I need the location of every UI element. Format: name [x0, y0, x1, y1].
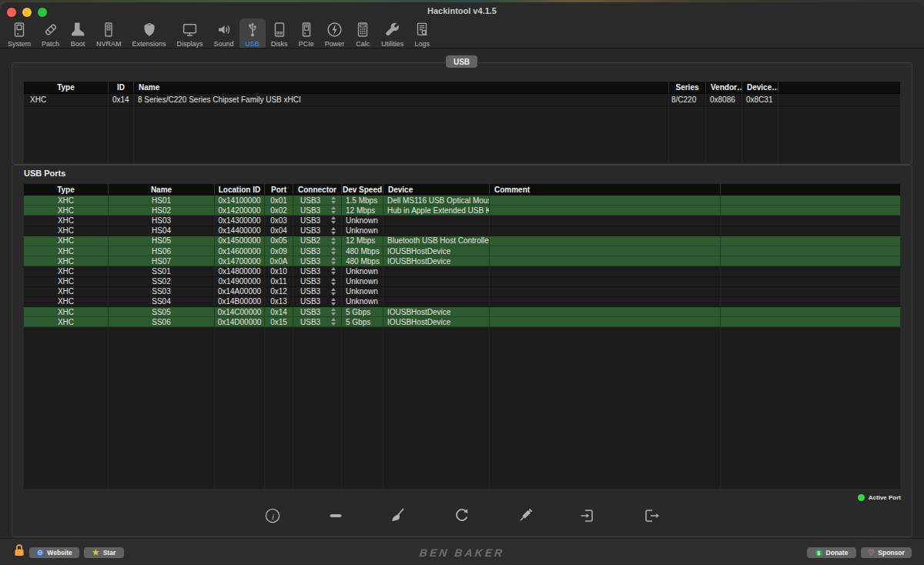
column-header-connector[interactable]: Connector	[293, 184, 342, 195]
cell-location-id: 0x14C00000	[215, 307, 265, 317]
table-row[interactable]: XHC HS07 0x14700000 0x0A USB3 480 Mbps I…	[24, 256, 900, 266]
connector-value: USB3	[300, 247, 320, 256]
cell-location-id: 0x14700000	[215, 256, 265, 266]
column-header-comment[interactable]: Comment	[490, 184, 721, 195]
tab-pcie[interactable]: PCIe	[293, 18, 320, 51]
tab-patch[interactable]: Patch	[36, 18, 65, 51]
column-header-name[interactable]: Name	[109, 184, 215, 195]
connector-popup[interactable]: USB3	[293, 277, 342, 287]
column-header-series[interactable]: Series	[669, 82, 706, 93]
connector-popup[interactable]: USB3	[293, 287, 342, 297]
export-button[interactable]	[641, 506, 661, 528]
column-header-type[interactable]: Type	[24, 184, 109, 195]
clean-button[interactable]	[389, 506, 409, 528]
cell-comment	[490, 246, 721, 256]
tab-boot[interactable]: Boot	[65, 18, 91, 51]
export-icon	[642, 506, 661, 528]
tab-label: Power	[325, 40, 345, 48]
disks-icon	[272, 21, 287, 38]
import-button[interactable]	[578, 506, 598, 528]
cell-name: HS04	[109, 226, 215, 236]
column-header-type[interactable]: Type	[24, 82, 109, 93]
connector-popup[interactable]: USB3	[293, 297, 342, 307]
table-row[interactable]: XHC HS03 0x14300000 0x03 USB3 Unknown	[24, 216, 900, 226]
table-row[interactable]: XHC SS05 0x14C00000 0x14 USB3 5 Gbps IOU…	[24, 307, 900, 317]
tab-power[interactable]: Power	[320, 18, 350, 51]
table-row[interactable]: XHC HS05 0x14500000 0x05 USB2 12 Mbps Bl…	[24, 236, 900, 246]
table-row[interactable]: XHC HS02 0x14200000 0x02 USB3 12 Mbps Hu…	[24, 206, 900, 216]
tab-extensions[interactable]: Extensions	[127, 18, 172, 51]
stepper-arrows-icon	[331, 318, 336, 326]
cell-port: 0x02	[265, 206, 293, 216]
connector-value: USB3	[300, 318, 320, 326]
cell-device: Bluetooth USB Host Controller	[383, 236, 490, 246]
cell-filler	[721, 266, 900, 276]
connector-value: USB3	[300, 206, 320, 215]
tab-calc[interactable]: Calc	[350, 18, 376, 51]
connector-value: USB3	[300, 297, 320, 306]
active-port-dot-icon	[858, 494, 865, 501]
tab-logs[interactable]: Logs	[409, 18, 435, 51]
donate-button[interactable]: $ Donate	[807, 547, 856, 558]
tab-usb[interactable]: USB	[239, 18, 266, 51]
connector-value: USB3	[300, 308, 320, 316]
cell-device: IOUSBHostDevice	[383, 246, 490, 256]
logs-icon	[414, 21, 430, 38]
sponsor-button[interactable]: ♡ Sponsor	[861, 547, 912, 558]
tab-disks[interactable]: Disks	[266, 18, 293, 51]
connector-popup[interactable]: USB3	[293, 307, 342, 317]
table-row[interactable]: XHC SS06 0x14D00000 0x15 USB3 5 Gbps IOU…	[24, 317, 900, 327]
cell-type: XHC	[24, 297, 109, 307]
connector-popup[interactable]: USB3	[293, 206, 342, 216]
inject-button[interactable]	[515, 506, 535, 528]
connector-popup[interactable]: USB3	[293, 216, 342, 226]
tab-sound[interactable]: Sound	[209, 18, 239, 51]
cell-location-id: 0x14200000	[215, 206, 265, 216]
column-header-device[interactable]: Device	[383, 184, 490, 195]
connector-popup[interactable]: USB3	[293, 226, 342, 236]
column-header-location-id[interactable]: Location ID	[215, 184, 265, 195]
remove-button[interactable]	[326, 506, 346, 528]
column-header-device[interactable]: Device…	[742, 82, 778, 93]
cell-filler	[721, 236, 900, 246]
tab-utilities[interactable]: Utilities	[376, 18, 409, 51]
tab-displays[interactable]: Displays	[172, 18, 209, 51]
stepper-arrows-icon	[331, 227, 336, 235]
column-header-vendor[interactable]: Vendor…	[706, 82, 742, 93]
table-row[interactable]: XHC SS02 0x14900000 0x11 USB3 Unknown	[24, 277, 900, 287]
table-row[interactable]: XHC SS03 0x14A00000 0x12 USB3 Unknown	[24, 287, 900, 297]
table-row[interactable]: XHC HS06 0x14600000 0x09 USB3 480 Mbps I…	[24, 246, 900, 256]
cell-series: 8/C220	[669, 94, 706, 106]
cell-port: 0x13	[265, 297, 293, 307]
refresh-button[interactable]	[452, 506, 472, 528]
connector-popup[interactable]: USB3	[293, 317, 342, 327]
table-row[interactable]: XHC HS04 0x14400000 0x04 USB3 Unknown	[24, 226, 900, 236]
cell-type: XHC	[24, 246, 109, 256]
table-row[interactable]: XHC SS04 0x14B00000 0x13 USB3 Unknown	[24, 297, 900, 307]
table-row[interactable]: XHC HS01 0x14100000 0x01 USB3 1.5 Mbps D…	[24, 196, 900, 206]
controller-row[interactable]: XHC 0x14 8 Series/C220 Series Chipset Fa…	[24, 94, 900, 106]
column-header-dev-speed[interactable]: Dev Speed	[342, 184, 383, 195]
tab-label: Sound	[214, 40, 234, 48]
ports-table-body: XHC HS01 0x14100000 0x01 USB3 1.5 Mbps D…	[24, 196, 900, 327]
column-header-name[interactable]: Name	[134, 82, 669, 93]
cell-port: 0x11	[265, 277, 293, 287]
refresh-icon	[453, 506, 471, 528]
cell-comment	[490, 216, 721, 226]
table-row[interactable]: XHC SS01 0x14800000 0x10 USB3 Unknown	[24, 266, 900, 276]
tab-system[interactable]: System	[2, 18, 36, 51]
connector-popup[interactable]: USB3	[293, 256, 342, 266]
info-button[interactable]: i	[263, 506, 283, 528]
column-header-id[interactable]: ID	[109, 82, 134, 93]
connector-popup[interactable]: USB2	[293, 236, 342, 246]
usb-segment-button[interactable]: USB	[445, 55, 478, 69]
cell-filler	[721, 287, 900, 297]
column-header-port[interactable]: Port	[265, 184, 293, 195]
connector-popup[interactable]: USB3	[293, 196, 342, 206]
tab-nvram[interactable]: NVRAM	[91, 18, 127, 51]
connector-popup[interactable]: USB3	[293, 266, 342, 276]
cell-location-id: 0x14400000	[215, 226, 265, 236]
connector-popup[interactable]: USB3	[293, 246, 342, 256]
cell-device: IOUSBHostDevice	[383, 256, 490, 266]
cell-filler	[721, 196, 900, 206]
